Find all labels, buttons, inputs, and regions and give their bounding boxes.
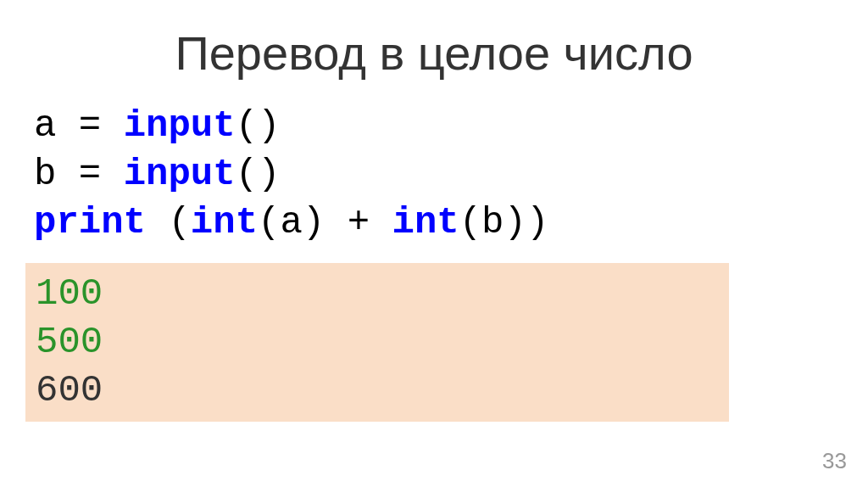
page-number: 33 [822, 448, 847, 474]
output-result: 600 [36, 367, 719, 415]
slide-container: Перевод в целое число a = input() b = in… [0, 0, 868, 487]
code-text: (b)) [459, 201, 549, 244]
slide-title: Перевод в целое число [25, 25, 843, 81]
code-line-3: print (int(a) + int(b)) [34, 199, 843, 247]
code-text: a = [34, 104, 124, 147]
code-text: () [236, 153, 281, 195]
output-box: 100 500 600 [25, 263, 729, 423]
code-keyword-int: int [191, 201, 258, 244]
code-line-1: a = input() [34, 102, 843, 150]
code-keyword-input: input [124, 104, 236, 147]
code-text: b = [34, 153, 124, 195]
output-input-1: 100 [36, 270, 719, 318]
code-keyword-print: print [34, 201, 146, 244]
code-text: () [236, 104, 281, 147]
code-line-2: b = input() [34, 150, 843, 199]
code-text: (a) + [258, 201, 392, 244]
code-block: a = input() b = input() print (int(a) + … [25, 102, 843, 248]
code-keyword-int: int [392, 201, 459, 244]
code-keyword-input: input [124, 153, 236, 195]
code-text: ( [146, 201, 191, 244]
output-input-2: 500 [36, 318, 719, 367]
